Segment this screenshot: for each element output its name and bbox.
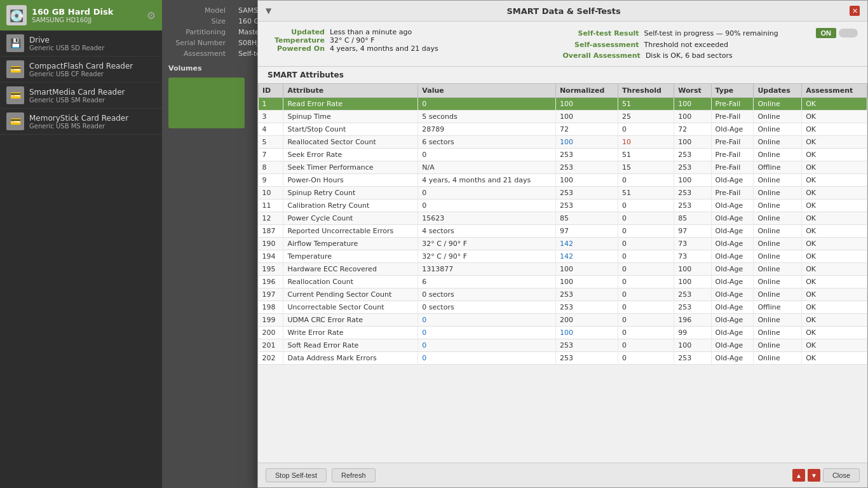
table-row[interactable]: 10 Spinup Retry Count 0 253 51 253 Pre-F…: [259, 187, 867, 200]
stop-self-test-button[interactable]: Stop Self-test: [266, 468, 327, 482]
cell-assessment: OK: [802, 250, 867, 263]
self-test-toggle-button[interactable]: ON: [816, 28, 837, 38]
cell-threshold: 0: [618, 225, 674, 238]
cell-assessment: OK: [802, 98, 867, 111]
sidebar-item-sm[interactable]: 💳 SmartMedia Card Reader Generic USB SM …: [0, 83, 162, 109]
cell-updates: Online: [754, 136, 802, 149]
cell-assessment: OK: [802, 187, 867, 200]
cell-updates: Online: [754, 339, 802, 352]
col-normalized: Normalized: [555, 84, 618, 98]
refresh-button[interactable]: Refresh: [332, 468, 376, 482]
updated-row: Updated Less than a minute ago: [268, 28, 563, 36]
table-row[interactable]: 199 UDMA CRC Error Rate 0 200 0 196 Old-…: [259, 314, 867, 327]
cell-value: 5 seconds: [418, 111, 556, 123]
cell-value: 4 years, 4 months and 21 days: [418, 174, 556, 187]
sidebar-item-cf[interactable]: 💳 CompactFlash Card Reader Generic USB C…: [0, 57, 162, 83]
cell-id: 12: [259, 212, 283, 225]
cell-worst: 97: [674, 225, 711, 238]
cell-attribute: Spinup Time: [283, 111, 418, 123]
cell-assessment: OK: [802, 212, 867, 225]
cell-updates: Offline: [754, 301, 802, 314]
table-row[interactable]: 198 Uncorrectable Sector Count 0 sectors…: [259, 301, 867, 314]
table-row[interactable]: 194 Temperature 32° C / 90° F 142 0 73 O…: [259, 250, 867, 263]
table-row[interactable]: 201 Soft Read Error Rate 0 253 0 100 Old…: [259, 339, 867, 352]
table-row[interactable]: 190 Airflow Temperature 32° C / 90° F 14…: [259, 238, 867, 250]
sidebar-item-drive[interactable]: 💾 Drive Generic USB SD Reader: [0, 30, 162, 57]
table-row[interactable]: 11 Calibration Retry Count 0 253 0 253 O…: [259, 200, 867, 212]
smart-table-container[interactable]: ID Attribute Value Normalized Threshold …: [258, 83, 867, 463]
volume-chart: [168, 78, 245, 128]
cell-value: 6 sectors: [418, 136, 556, 149]
cell-id: 10: [259, 187, 283, 200]
cell-id: 11: [259, 200, 283, 212]
table-row[interactable]: 195 Hardware ECC Recovered 1313877 100 0…: [259, 263, 867, 276]
cell-normalized: 100: [555, 111, 618, 123]
cell-worst: 253: [674, 352, 711, 365]
table-row[interactable]: 4 Start/Stop Count 28789 72 0 72 Old-Age…: [259, 123, 867, 136]
table-row[interactable]: 12 Power Cycle Count 15623 85 0 85 Old-A…: [259, 212, 867, 225]
close-button[interactable]: Close: [823, 468, 860, 482]
cell-normalized: 142: [555, 238, 618, 250]
col-type: Type: [711, 84, 754, 98]
powered-on-label: Powered On: [268, 44, 325, 53]
cell-assessment: OK: [802, 352, 867, 365]
cell-value: 4 sectors: [418, 225, 556, 238]
cell-normalized: 100: [555, 98, 618, 111]
cell-normalized: 97: [555, 225, 618, 238]
cell-updates: Online: [754, 174, 802, 187]
table-row[interactable]: 200 Write Error Rate 0 100 0 99 Old-Age …: [259, 327, 867, 339]
table-row[interactable]: 3 Spinup Time 5 seconds 100 25 100 Pre-F…: [259, 111, 867, 123]
sidebar-disk-header[interactable]: 💽 160 GB Hard Disk SAMSUNG HD160JJ ⚙: [0, 0, 162, 30]
cell-threshold: 0: [618, 263, 674, 276]
cell-updates: Online: [754, 212, 802, 225]
cell-normalized: 200: [555, 314, 618, 327]
cell-type: Pre-Fail: [711, 187, 754, 200]
cell-updates: Online: [754, 111, 802, 123]
smart-dialog: ▼ SMART Data & Self-Tests ✕ Updated Less…: [257, 0, 868, 488]
cell-attribute: Airflow Temperature: [283, 238, 418, 250]
cell-updates: Online: [754, 238, 802, 250]
cell-normalized: 142: [555, 250, 618, 263]
cell-normalized: 100: [555, 263, 618, 276]
scroll-down-arrow[interactable]: ▼: [808, 469, 820, 482]
cell-threshold: 0: [618, 301, 674, 314]
table-row[interactable]: 196 Reallocation Count 6 100 0 100 Old-A…: [259, 276, 867, 288]
cell-value: 15623: [418, 212, 556, 225]
table-row[interactable]: 197 Current Pending Sector Count 0 secto…: [259, 288, 867, 301]
table-row[interactable]: 9 Power-On Hours 4 years, 4 months and 2…: [259, 174, 867, 187]
info-right: Self-test Result Self-test in progress —…: [563, 28, 858, 60]
sidebar-disk-info: 160 GB Hard Disk SAMSUNG HD160JJ: [32, 7, 113, 24]
table-row[interactable]: 5 Reallocated Sector Count 6 sectors 100…: [259, 136, 867, 149]
dialog-close-button[interactable]: ✕: [850, 6, 860, 16]
table-row[interactable]: 187 Reported Uncorrectable Errors 4 sect…: [259, 225, 867, 238]
cell-attribute: Read Error Rate: [283, 98, 418, 111]
dialog-title: SMART Data & Self-Tests: [506, 6, 620, 16]
cell-worst: 253: [674, 149, 711, 161]
cell-value: 0: [418, 352, 556, 365]
info-left: Updated Less than a minute ago Temperatu…: [268, 28, 563, 60]
cell-assessment: OK: [802, 123, 867, 136]
table-row[interactable]: 7 Seek Error Rate 0 253 51 253 Pre-Fail …: [259, 149, 867, 161]
sidebar-disk-model: SAMSUNG HD160JJ: [32, 17, 113, 24]
cell-updates: Online: [754, 149, 802, 161]
cell-value: 0: [418, 339, 556, 352]
cell-updates: Online: [754, 314, 802, 327]
sidebar-item-cf-sub: Generic USB CF Reader: [29, 71, 133, 78]
table-row[interactable]: 8 Seek Timer Performance N/A 253 15 253 …: [259, 161, 867, 174]
cell-type: Old-Age: [711, 123, 754, 136]
cell-threshold: 0: [618, 288, 674, 301]
cell-type: Old-Age: [711, 238, 754, 250]
table-row[interactable]: 1 Read Error Rate 0 100 51 100 Pre-Fail …: [259, 98, 867, 111]
cell-id: 195: [259, 263, 283, 276]
temperature-value: 32° C / 90° F: [330, 36, 375, 44]
cell-normalized: 100: [555, 327, 618, 339]
table-row[interactable]: 202 Data Address Mark Errors 0 253 0 253…: [259, 352, 867, 365]
scroll-up-arrow[interactable]: ▲: [792, 469, 805, 482]
cell-value: 0: [418, 187, 556, 200]
cell-normalized: 253: [555, 288, 618, 301]
sidebar-item-drive-name: Drive: [29, 36, 104, 44]
self-test-result-value: Self-test in progress — 90% remaining: [644, 29, 778, 37]
cell-value: 0: [418, 327, 556, 339]
sidebar-item-ms[interactable]: 💳 MemoryStick Card Reader Generic USB MS…: [0, 109, 162, 135]
sidebar: 💽 160 GB Hard Disk SAMSUNG HD160JJ ⚙ 💾 D…: [0, 0, 162, 488]
